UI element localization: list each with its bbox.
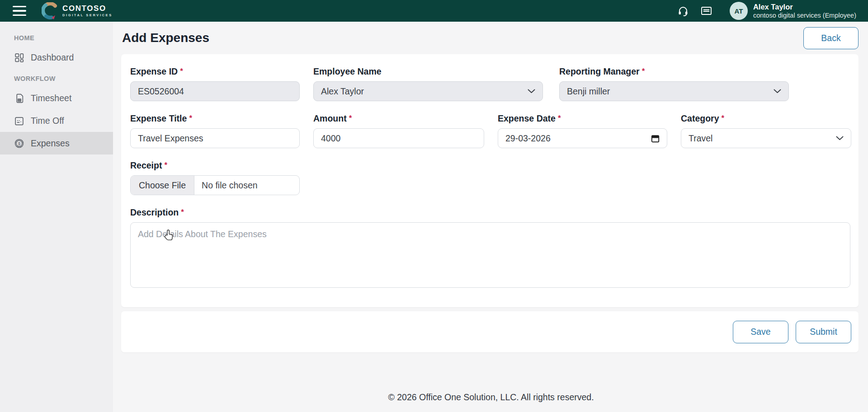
- sidebar-item-timeoff[interactable]: Time Off: [0, 109, 113, 132]
- sidebar: HOME Dashboard WORKFLOW Timesheet: [0, 22, 113, 412]
- user-name: Alex Taylor: [753, 2, 856, 12]
- description-label: Description*: [130, 207, 850, 218]
- dashboard-grid-icon: [14, 52, 24, 63]
- brand-name: CONTOSO: [62, 5, 113, 12]
- sidebar-item-label: Dashboard: [31, 52, 74, 63]
- expenses-coin-icon: $: [14, 138, 24, 149]
- sidebar-section-home: HOME: [0, 28, 113, 46]
- employee-name-select[interactable]: Alex Taylor: [313, 81, 543, 101]
- required-asterisk: *: [642, 67, 645, 75]
- contoso-logo-icon: [42, 2, 59, 19]
- expense-title-label: Expense Title*: [130, 113, 300, 124]
- employee-name-label: Employee Name: [313, 66, 543, 77]
- hamburger-icon[interactable]: [13, 6, 26, 16]
- save-button[interactable]: Save: [733, 321, 788, 343]
- reporting-manager-select[interactable]: Benji miller: [559, 81, 789, 101]
- expense-id-label: Expense ID*: [130, 66, 300, 77]
- receipt-file-input[interactable]: Choose File No file chosen: [130, 175, 300, 195]
- sidebar-item-dashboard[interactable]: Dashboard: [0, 46, 113, 69]
- avatar[interactable]: AT: [730, 2, 748, 20]
- required-asterisk: *: [189, 114, 192, 122]
- sidebar-item-label: Timesheet: [31, 93, 71, 103]
- category-select[interactable]: Travel: [681, 128, 851, 148]
- reporting-manager-label: Reporting Manager*: [559, 66, 789, 77]
- amount-label: Amount*: [313, 113, 484, 124]
- choose-file-button[interactable]: Choose File: [131, 176, 194, 195]
- footer-copyright: © 2026 Office One Solution, LLC. All rig…: [113, 392, 868, 412]
- sidebar-section-workflow: WORKFLOW: [0, 69, 113, 87]
- expense-title-input[interactable]: Travel Expenses: [130, 128, 300, 148]
- required-asterisk: *: [349, 114, 352, 122]
- category-label: Category*: [681, 113, 851, 124]
- calendar-icon[interactable]: [651, 134, 660, 143]
- svg-text:$: $: [18, 141, 20, 145]
- top-bar: CONTOSO DIGITAL SERVICES AT Alex Taylor …: [0, 0, 868, 22]
- sidebar-item-timesheet[interactable]: Timesheet: [0, 87, 113, 109]
- timesheet-document-icon: [14, 93, 24, 103]
- brand-logo: CONTOSO DIGITAL SERVICES: [42, 2, 113, 19]
- timeoff-calendar-icon: [14, 116, 24, 126]
- headset-icon[interactable]: [677, 5, 689, 17]
- sidebar-item-label: Time Off: [31, 116, 64, 126]
- required-asterisk: *: [558, 114, 561, 122]
- chevron-down-icon: [774, 89, 781, 94]
- file-status-text: No file chosen: [194, 180, 265, 191]
- expense-form-card: Expense ID* ES0526004 Employee Name Alex…: [121, 54, 859, 307]
- expense-date-label: Expense Date*: [498, 113, 667, 124]
- back-button[interactable]: Back: [803, 27, 859, 49]
- user-org: contoso digital services (Employee): [753, 11, 856, 19]
- main-content: Add Expenses Back Expense ID* ES0526004 …: [113, 22, 868, 412]
- required-asterisk: *: [164, 161, 167, 169]
- expense-id-input[interactable]: ES0526004: [130, 81, 300, 101]
- receipt-label: Receipt*: [130, 160, 300, 171]
- sidebar-item-label: Expenses: [31, 138, 70, 149]
- user-menu[interactable]: AT Alex Taylor contoso digital services …: [730, 2, 856, 20]
- amount-input[interactable]: 4000: [313, 128, 484, 148]
- brand-tagline: DIGITAL SERVICES: [62, 14, 113, 17]
- expense-date-input[interactable]: 29-03-2026: [498, 128, 667, 148]
- sidebar-item-expenses[interactable]: $ Expenses: [0, 132, 113, 154]
- chevron-down-icon: [836, 136, 844, 140]
- news-icon[interactable]: [701, 5, 712, 17]
- submit-button[interactable]: Submit: [796, 321, 851, 343]
- chevron-down-icon: [528, 89, 535, 94]
- required-asterisk: *: [181, 208, 184, 216]
- form-actions-card: Save Submit: [121, 311, 859, 352]
- required-asterisk: *: [180, 67, 183, 75]
- page-title: Add Expenses: [122, 31, 209, 45]
- description-textarea[interactable]: [130, 222, 850, 288]
- required-asterisk: *: [722, 114, 725, 122]
